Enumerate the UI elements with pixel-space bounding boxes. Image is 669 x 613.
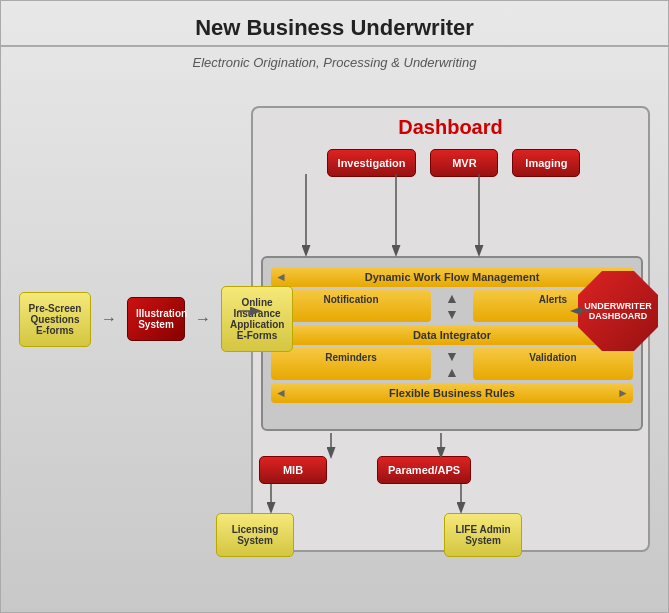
- illustration-box[interactable]: Illustration System: [127, 297, 185, 341]
- main-container: New Business Underwriter Electronic Orig…: [0, 0, 669, 613]
- top-boxes-row: Investigation MVR Imaging: [259, 149, 648, 177]
- workflow-band-5: Flexible Business Rules: [271, 383, 633, 403]
- v-arrows: ▲▼: [437, 290, 467, 322]
- bottom-row2: Licensing System LIFE Admin System: [216, 513, 522, 557]
- mib-box[interactable]: MIB: [259, 456, 327, 484]
- underwriter-dashboard-octagon[interactable]: UNDERWRITER DASHBOARD: [578, 271, 658, 351]
- dashboard-label: Dashboard: [253, 108, 648, 143]
- mvr-box[interactable]: MVR: [430, 149, 498, 177]
- life-admin-box[interactable]: LIFE Admin System: [444, 513, 522, 557]
- validation-band: Validation: [473, 348, 633, 380]
- paramed-box[interactable]: Paramed/APS: [377, 456, 471, 484]
- bottom-row1: MIB Paramed/APS: [259, 456, 471, 484]
- left-side-elements: Pre-Screen Questions E-forms → Illustrat…: [19, 286, 293, 352]
- reminders-band: Reminders: [271, 348, 431, 380]
- notification-band: Notification: [271, 290, 431, 322]
- imaging-box[interactable]: Imaging: [512, 149, 580, 177]
- online-app-box[interactable]: Online Insurance Application E-Forms: [221, 286, 293, 352]
- octagon-label: UNDERWRITER DASHBOARD: [578, 271, 658, 351]
- workflow-row-4: Reminders ▼▲ Validation: [271, 348, 633, 380]
- arrow-2: →: [193, 310, 213, 328]
- licensing-box[interactable]: Licensing System: [216, 513, 294, 557]
- investigation-box[interactable]: Investigation: [327, 149, 417, 177]
- v-arrows-2: ▼▲: [437, 348, 467, 380]
- arrow-1: →: [99, 310, 119, 328]
- subtitle: Electronic Origination, Processing & Und…: [1, 47, 668, 74]
- prescreen-box[interactable]: Pre-Screen Questions E-forms: [19, 292, 91, 347]
- page-title: New Business Underwriter: [1, 1, 668, 47]
